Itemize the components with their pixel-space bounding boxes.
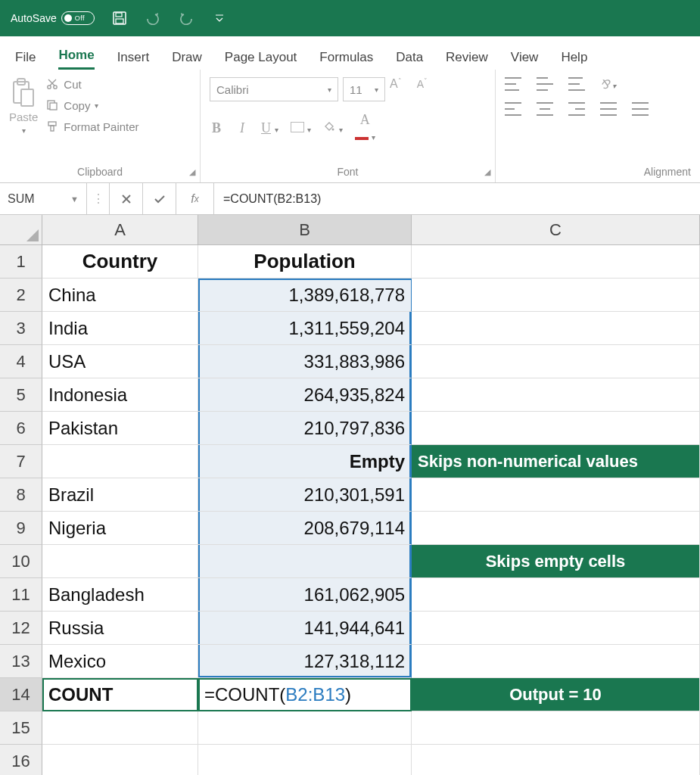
cell-a7[interactable] (42, 445, 198, 478)
cell-b5[interactable]: 264,935,824 (198, 378, 412, 412)
row-header[interactable]: 5 (0, 378, 42, 412)
cell-c1[interactable] (412, 245, 700, 279)
cell-c4[interactable] (412, 345, 700, 378)
cell-a15[interactable] (42, 711, 198, 745)
fill-color-button[interactable]: ▾ (323, 120, 343, 136)
row-header[interactable]: 9 (0, 512, 42, 545)
cell-b1[interactable]: Population (198, 245, 412, 279)
cell-a16[interactable] (42, 745, 198, 775)
row-header[interactable]: 4 (0, 345, 42, 378)
cell-b13[interactable]: 127,318,112 (198, 645, 412, 678)
align-middle-button[interactable] (537, 77, 553, 91)
font-color-button[interactable]: A ▾ (355, 112, 376, 144)
qat-customize-icon[interactable] (211, 10, 228, 26)
cell-b12[interactable]: 141,944,641 (198, 612, 412, 645)
cell-a3[interactable]: India (42, 312, 198, 345)
sheet-grid[interactable]: A B C 1 Country Population 2 China 1,389… (0, 215, 700, 775)
column-header-c[interactable]: C (412, 215, 700, 245)
row-header[interactable]: 7 (0, 445, 42, 478)
cancel-formula-button[interactable] (110, 183, 143, 214)
font-size-select[interactable]: 11 ▾ (343, 77, 385, 101)
fx-button[interactable]: fx (176, 183, 214, 214)
increase-font-button[interactable]: A˄ (390, 77, 402, 101)
cell-b7[interactable]: Empty (198, 445, 412, 478)
cell-c5[interactable] (412, 378, 700, 412)
align-bottom-button[interactable] (568, 77, 585, 91)
row-header[interactable]: 12 (0, 612, 42, 645)
italic-button[interactable]: I (235, 120, 249, 136)
cell-b3[interactable]: 1,311,559,204 (198, 312, 412, 345)
row-header[interactable]: 13 (0, 645, 42, 678)
decrease-indent-button[interactable] (600, 102, 617, 116)
tab-formulas[interactable]: Formulas (319, 50, 373, 70)
tab-help[interactable]: Help (561, 50, 587, 70)
tab-review[interactable]: Review (446, 50, 488, 70)
cell-b14-editing[interactable]: =COUNT(B2:B13) (198, 678, 412, 711)
align-right-button[interactable] (568, 102, 585, 116)
cell-b11[interactable]: 161,062,905 (198, 578, 412, 612)
cell-c6[interactable] (412, 412, 700, 445)
row-header[interactable]: 6 (0, 412, 42, 445)
row-header[interactable]: 8 (0, 478, 42, 512)
select-all-button[interactable] (0, 215, 42, 245)
increase-indent-button[interactable] (632, 102, 649, 116)
redo-icon[interactable] (178, 10, 194, 26)
cell-a13[interactable]: Mexico (42, 645, 198, 678)
clipboard-launcher-icon[interactable]: ◢ (185, 167, 195, 178)
undo-icon[interactable] (145, 10, 161, 26)
cell-a6[interactable]: Pakistan (42, 412, 198, 445)
font-name-select[interactable]: Calibri ▾ (210, 77, 338, 101)
column-header-b[interactable]: B (198, 215, 412, 245)
cell-c14[interactable]: Output = 10 (412, 678, 700, 711)
border-button[interactable]: ▾ (291, 120, 312, 136)
cell-c7[interactable]: Skips non-numerical values (412, 445, 700, 478)
tab-insert[interactable]: Insert (117, 50, 150, 70)
cell-b15[interactable] (198, 711, 412, 745)
cell-a5[interactable]: Indonesia (42, 378, 198, 412)
tab-draw[interactable]: Draw (172, 50, 202, 70)
cell-c15[interactable] (412, 711, 700, 745)
cell-a9[interactable]: Nigeria (42, 512, 198, 545)
paste-button[interactable]: Paste ▾ (9, 77, 38, 135)
cell-b9[interactable]: 208,679,114 (198, 512, 412, 545)
cell-c11[interactable] (412, 578, 700, 612)
cell-a10[interactable] (42, 545, 198, 578)
cell-a1[interactable]: Country (42, 245, 198, 279)
copy-button[interactable]: Copy ▾ (45, 98, 138, 112)
row-header[interactable]: 15 (0, 711, 42, 745)
align-center-button[interactable] (537, 102, 553, 116)
column-header-a[interactable]: A (42, 215, 198, 245)
format-painter-button[interactable]: Format Painter (45, 120, 138, 133)
font-launcher-icon[interactable]: ◢ (480, 167, 490, 178)
name-box[interactable]: SUM ▼ (0, 183, 87, 214)
autosave-switch[interactable]: Off (61, 11, 95, 25)
cut-button[interactable]: Cut (45, 77, 138, 91)
tab-page-layout[interactable]: Page Layout (225, 50, 297, 70)
cell-c10[interactable]: Skips empty cells (412, 545, 700, 578)
tab-data[interactable]: Data (396, 50, 423, 70)
cell-c2[interactable] (412, 279, 700, 312)
cell-c16[interactable] (412, 745, 700, 775)
decrease-font-button[interactable]: A˅ (417, 77, 428, 101)
row-header[interactable]: 16 (0, 745, 42, 775)
cell-b8[interactable]: 210,301,591 (198, 478, 412, 512)
cell-c3[interactable] (412, 312, 700, 345)
row-header[interactable]: 2 (0, 279, 42, 312)
cell-c9[interactable] (412, 512, 700, 545)
cell-c12[interactable] (412, 612, 700, 645)
tab-view[interactable]: View (511, 50, 539, 70)
orientation-button[interactable]: ⅋ ▾ (600, 77, 616, 92)
row-header[interactable]: 10 (0, 545, 42, 578)
row-header[interactable]: 3 (0, 312, 42, 345)
cell-b10[interactable] (198, 545, 412, 578)
underline-button[interactable]: U ▾ (261, 120, 278, 136)
tab-file[interactable]: File (15, 50, 36, 70)
align-top-button[interactable] (505, 77, 521, 91)
row-header[interactable]: 11 (0, 578, 42, 612)
cell-a12[interactable]: Russia (42, 612, 198, 645)
cell-c13[interactable] (412, 645, 700, 678)
cell-b2[interactable]: 1,389,618,778 (198, 279, 412, 312)
bold-button[interactable]: B (210, 120, 223, 136)
align-left-button[interactable] (505, 102, 521, 116)
cell-b6[interactable]: 210,797,836 (198, 412, 412, 445)
